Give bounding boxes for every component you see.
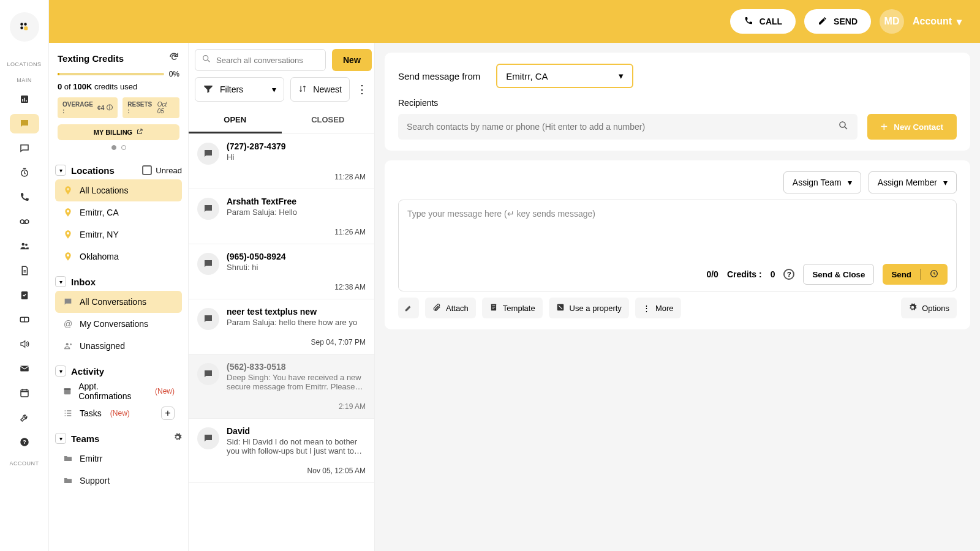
side-all-convs[interactable]: All Conversations bbox=[55, 291, 182, 313]
assign-member-button[interactable]: Assign Member▾ bbox=[869, 171, 957, 193]
side-loc-emitrr-ca[interactable]: Emitrr, CA bbox=[55, 201, 182, 223]
assign-team-button[interactable]: Assign Team▾ bbox=[783, 171, 861, 193]
attach-button[interactable]: Attach bbox=[425, 298, 476, 318]
conversation-item[interactable]: neer test textplus newParam Saluja: hell… bbox=[189, 299, 374, 354]
conv-search-input[interactable] bbox=[216, 56, 319, 65]
tab-closed[interactable]: CLOSED bbox=[282, 108, 375, 133]
nav-documents[interactable] bbox=[10, 261, 39, 280]
send-button[interactable]: SEND bbox=[804, 9, 871, 34]
conv-time: 12:38 AM bbox=[227, 283, 366, 291]
more-button[interactable]: ⋮More bbox=[635, 298, 681, 318]
tab-open[interactable]: OPEN bbox=[189, 108, 282, 133]
new-conv-button[interactable]: New bbox=[332, 49, 372, 71]
nav-schedule[interactable] bbox=[10, 163, 39, 182]
overage-pill: OVERAGE : ¢4 ⓘ bbox=[58, 97, 118, 118]
conversation-item[interactable]: (727)-287-4379Hi11:28 AM bbox=[189, 134, 374, 189]
template-button[interactable]: Template bbox=[482, 298, 543, 318]
send-close-button[interactable]: Send & Close bbox=[803, 264, 874, 285]
conv-time: 11:28 AM bbox=[227, 173, 366, 181]
calendar-icon bbox=[62, 386, 72, 396]
conversation-item[interactable]: (965)-050-8924Shruti: hi12:38 AM bbox=[189, 244, 374, 299]
side-loc-oklahoma[interactable]: Oklahoma bbox=[55, 246, 182, 268]
conv-preview: Param Saluja: hello there how are yo bbox=[227, 318, 366, 327]
credits-pct: 0% bbox=[169, 70, 179, 78]
message-input[interactable]: Type your message here (↵ key sends mess… bbox=[399, 200, 956, 258]
location-icon bbox=[62, 252, 74, 261]
nav-tickets[interactable] bbox=[10, 310, 39, 329]
sort-button[interactable]: Newest bbox=[290, 77, 350, 102]
use-property-button[interactable]: Use a property bbox=[549, 298, 629, 318]
conversation-item[interactable]: DavidSid: Hi David I do not mean to both… bbox=[189, 419, 374, 483]
user-avatar[interactable]: MD bbox=[880, 9, 904, 34]
nav-conversations[interactable] bbox=[10, 114, 39, 133]
credits-used: 0 of 100K credits used bbox=[58, 82, 179, 91]
credits-title: Texting Credits bbox=[58, 53, 124, 64]
conv-preview: Param Saluja: Hello bbox=[227, 208, 366, 217]
nav-audio[interactable] bbox=[10, 334, 39, 354]
help-icon[interactable]: ? bbox=[783, 269, 794, 280]
my-billing-button[interactable]: MY BILLING bbox=[58, 124, 179, 140]
filters-button[interactable]: Filters ▾ bbox=[195, 77, 284, 102]
side-tasks[interactable]: Tasks(New)+ bbox=[55, 402, 182, 424]
location-icon bbox=[62, 208, 74, 217]
conv-search[interactable] bbox=[195, 49, 326, 71]
svg-rect-21 bbox=[64, 388, 71, 390]
from-location-select[interactable]: Emitrr, CA ▾ bbox=[496, 64, 633, 88]
locations-collapse[interactable]: ▾ bbox=[55, 165, 66, 176]
side-team-emitrr[interactable]: Emitrr bbox=[55, 448, 182, 470]
new-contact-button[interactable]: + New Contact bbox=[867, 114, 957, 140]
chat-avatar-icon bbox=[197, 253, 219, 275]
conv-preview: Hi bbox=[227, 152, 366, 162]
conversation-item[interactable]: (562)-833-0518Deep Singh: You have recei… bbox=[189, 354, 374, 419]
activity-header: Activity bbox=[71, 366, 104, 377]
nav-mail[interactable] bbox=[10, 359, 39, 378]
inbox-collapse[interactable]: ▾ bbox=[55, 276, 66, 287]
svg-rect-28 bbox=[492, 308, 494, 309]
svg-point-10 bbox=[24, 220, 28, 223]
nav-tools[interactable] bbox=[10, 408, 39, 427]
nav-main-label: MAIN bbox=[17, 77, 32, 83]
activity-collapse[interactable]: ▾ bbox=[55, 365, 66, 377]
nav-contacts[interactable] bbox=[10, 236, 39, 256]
conv-more-icon[interactable]: ⋮ bbox=[356, 83, 368, 96]
side-loc-emitrr-ny[interactable]: Emitrr, NY bbox=[55, 223, 182, 246]
schedule-icon[interactable] bbox=[929, 269, 939, 280]
recipients-search[interactable] bbox=[398, 114, 858, 140]
svg-rect-5 bbox=[22, 99, 23, 102]
refresh-icon[interactable] bbox=[168, 51, 179, 65]
page-dots[interactable] bbox=[58, 145, 179, 150]
side-team-support[interactable]: Support bbox=[55, 470, 182, 492]
nav-dashboard[interactable] bbox=[10, 89, 39, 109]
more-icon: ⋮ bbox=[643, 304, 650, 313]
options-button[interactable]: Options bbox=[901, 298, 957, 318]
teams-collapse[interactable]: ▾ bbox=[55, 433, 66, 444]
svg-point-22 bbox=[203, 56, 208, 61]
app-logo[interactable] bbox=[10, 12, 39, 42]
attach-icon bbox=[432, 303, 441, 313]
account-menu[interactable]: Account ▾ bbox=[913, 16, 962, 28]
credits-value: 0 bbox=[771, 269, 775, 279]
template-icon bbox=[489, 303, 498, 313]
signature-button[interactable] bbox=[398, 298, 419, 318]
side-all-locations[interactable]: All Locations bbox=[55, 179, 182, 201]
nav-help[interactable]: ? bbox=[10, 432, 39, 452]
side-my-convs[interactable]: @My Conversations bbox=[55, 313, 182, 335]
nav-calls[interactable] bbox=[10, 187, 39, 207]
nav-tasks[interactable] bbox=[10, 285, 39, 305]
unread-toggle[interactable]: Unread bbox=[142, 165, 182, 175]
conversation-item[interactable]: Arshath TextFreeParam Saluja: Hello11:26… bbox=[189, 189, 374, 244]
sort-icon bbox=[298, 84, 307, 95]
side-unassigned[interactable]: Unassigned bbox=[55, 335, 182, 357]
nav-calendar[interactable] bbox=[10, 383, 39, 403]
conv-name: neer test textplus new bbox=[227, 307, 366, 317]
call-button[interactable]: CALL bbox=[730, 9, 796, 34]
nav-chat[interactable] bbox=[10, 138, 39, 158]
send-message-button[interactable]: Send bbox=[883, 264, 948, 285]
side-appt-conf[interactable]: Appt. Confirmations(New) bbox=[55, 380, 182, 402]
add-task-icon[interactable]: + bbox=[161, 407, 175, 420]
svg-rect-26 bbox=[492, 305, 496, 306]
teams-settings[interactable] bbox=[173, 433, 182, 444]
conv-name: (562)-833-0518 bbox=[227, 362, 366, 372]
recipients-input[interactable] bbox=[407, 122, 838, 132]
nav-voicemail[interactable] bbox=[10, 212, 39, 231]
